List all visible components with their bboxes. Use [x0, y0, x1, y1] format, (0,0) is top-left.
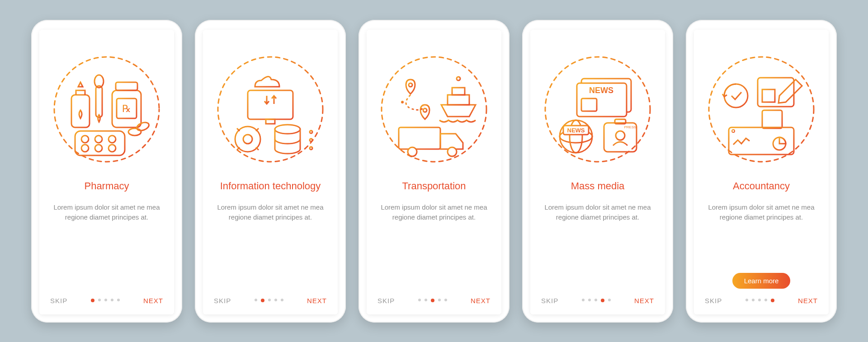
dot [117, 299, 120, 301]
nav-row: SKIP NEXT [541, 297, 654, 305]
svg-point-39 [382, 57, 486, 162]
dot [268, 299, 271, 301]
dot [98, 299, 101, 301]
svg-point-17 [218, 57, 323, 162]
svg-point-34 [310, 131, 312, 133]
svg-line-31 [256, 128, 259, 131]
dot [425, 299, 427, 301]
svg-rect-47 [399, 127, 440, 149]
dot [764, 299, 767, 301]
svg-point-68 [709, 57, 814, 162]
svg-point-48 [408, 147, 417, 156]
svg-point-16 [136, 121, 150, 132]
svg-point-9 [81, 136, 89, 143]
page-indicator [582, 299, 611, 302]
dot [418, 299, 421, 301]
nav-row: SKIP NEXT [214, 297, 327, 305]
dot [274, 299, 277, 301]
skip-button[interactable]: SKIP [541, 297, 558, 305]
page-indicator [255, 299, 283, 302]
screen-description: Lorem ipsum dolor sit amet ne mea region… [214, 202, 327, 223]
dot-active [601, 299, 604, 302]
nav-row: SKIP NEXT [377, 297, 491, 305]
screen: Information technology Lorem ipsum dolor… [203, 30, 338, 314]
dot-active [771, 299, 774, 302]
page-indicator [91, 299, 120, 302]
dot [438, 299, 441, 301]
skip-button[interactable]: SKIP [377, 297, 395, 305]
svg-line-28 [237, 128, 240, 131]
dot [582, 299, 585, 301]
skip-button[interactable]: SKIP [214, 297, 231, 305]
screen: ℞ Pharmacy Lor [39, 30, 174, 314]
screen-title: Transportation [402, 173, 466, 199]
screen-title: Mass media [571, 173, 625, 199]
svg-point-49 [448, 147, 457, 156]
skip-button[interactable]: SKIP [50, 297, 67, 305]
svg-point-13 [95, 145, 102, 152]
svg-rect-44 [452, 88, 465, 95]
dot [594, 299, 597, 301]
svg-rect-74 [762, 89, 775, 102]
screen-title: Accountancy [733, 173, 790, 199]
accountancy-icon [707, 55, 816, 164]
screen-description: Lorem ipsum dolor sit amet ne mea region… [541, 202, 654, 223]
svg-rect-20 [266, 119, 275, 124]
page-indicator [418, 299, 447, 302]
dot [745, 299, 748, 301]
dot-active [91, 299, 94, 302]
svg-point-46 [457, 77, 460, 80]
svg-text:℞: ℞ [122, 103, 131, 114]
screen-description: Lorem ipsum dolor sit amet ne mea region… [50, 202, 163, 223]
svg-rect-65 [615, 119, 626, 124]
onboarding-screen-2: Information technology Lorem ipsum dolor… [195, 20, 346, 323]
dot [104, 299, 107, 301]
dot [758, 299, 761, 301]
svg-line-30 [237, 147, 240, 150]
svg-point-12 [81, 145, 89, 152]
next-button[interactable]: NEXT [634, 297, 654, 305]
svg-point-88 [732, 130, 735, 132]
nav-row: SKIP NEXT [50, 297, 163, 305]
svg-point-11 [108, 136, 116, 143]
svg-point-38 [310, 147, 312, 150]
screen-description: Lorem ipsum dolor sit amet ne mea region… [705, 202, 818, 223]
next-button[interactable]: NEXT [471, 297, 491, 305]
svg-point-10 [95, 136, 102, 143]
svg-rect-6 [96, 86, 102, 117]
svg-line-29 [256, 147, 259, 150]
dot-active [261, 299, 264, 302]
nav-row: SKIP NEXT [705, 297, 818, 305]
svg-point-0 [54, 57, 159, 162]
next-button[interactable]: NEXT [143, 297, 163, 305]
dot-active [431, 299, 434, 302]
next-button[interactable]: NEXT [798, 297, 818, 305]
next-button[interactable]: NEXT [307, 297, 327, 305]
svg-point-36 [310, 139, 312, 141]
svg-text:NEWS: NEWS [567, 127, 585, 134]
learn-more-button[interactable]: Learn more [732, 273, 791, 289]
screen: Accountancy Lorem ipsum dolor sit amet n… [694, 30, 829, 314]
svg-rect-43 [448, 95, 469, 105]
svg-point-32 [275, 125, 300, 134]
onboarding-screen-4: NEWS NEWS PRESS Mass media Lorem ipsum [522, 20, 673, 323]
dot [281, 299, 283, 301]
svg-point-14 [108, 145, 116, 152]
it-icon [216, 55, 325, 164]
page-indicator [745, 299, 774, 302]
onboarding-screen-1: ℞ Pharmacy Lor [31, 20, 182, 323]
screen: NEWS NEWS PRESS Mass media Lorem ipsum [530, 30, 665, 314]
media-icon: NEWS NEWS PRESS [543, 55, 652, 164]
svg-point-66 [616, 131, 625, 140]
svg-text:PRESS: PRESS [624, 125, 636, 129]
svg-point-15 [128, 128, 141, 136]
dot [444, 299, 447, 301]
svg-point-40 [409, 83, 412, 87]
screen-description: Lorem ipsum dolor sit amet ne mea region… [377, 202, 491, 223]
svg-rect-2 [116, 82, 137, 90]
svg-text:NEWS: NEWS [589, 86, 613, 95]
svg-point-41 [423, 108, 427, 112]
screen-title: Pharmacy [84, 173, 129, 199]
skip-button[interactable]: SKIP [705, 297, 722, 305]
dot [255, 299, 257, 301]
